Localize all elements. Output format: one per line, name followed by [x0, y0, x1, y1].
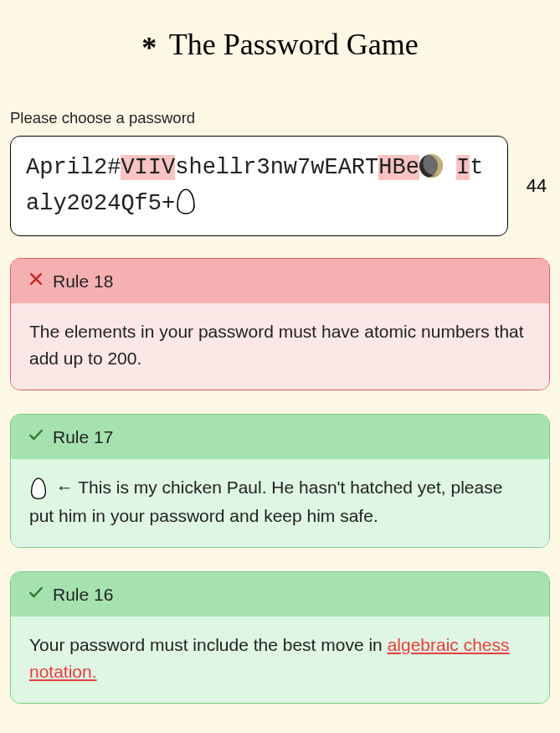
rule-card: Rule 17 ← This is my chicken Paul. He ha… [10, 414, 550, 548]
password-segment [443, 155, 456, 180]
rule-body: ← This is my chicken Paul. He hasn't hat… [11, 459, 549, 547]
password-input[interactable]: April2#VIIVshellr3nw7wEARTHBe Italy2024Q… [10, 136, 508, 236]
char-count: 44 [523, 175, 550, 197]
password-segment: HBe [378, 155, 419, 180]
page-title: * The Password Game [0, 27, 560, 62]
rule-card: Rule 16Your password must include the be… [10, 571, 550, 704]
egg-icon [29, 476, 48, 503]
rule-card: Rule 18The elements in your password mus… [10, 258, 550, 390]
rule-label: Rule 16 [53, 585, 113, 605]
check-icon [28, 584, 44, 605]
rule-label: Rule 18 [53, 271, 113, 292]
password-segment: I [456, 155, 470, 180]
password-segment: April2# [26, 155, 121, 180]
password-segment: shellr3nw7wEART [175, 155, 378, 180]
asterisk-icon: * [141, 31, 157, 65]
rule-text: ← This is my chicken Paul. He hasn't hat… [29, 477, 502, 524]
rule-header: Rule 18 [11, 259, 549, 303]
moon-icon [419, 154, 443, 178]
rule-text: Your password must include the best move… [29, 635, 388, 654]
check-icon [28, 426, 44, 447]
egg-icon [175, 191, 197, 216]
password-segment: VIIV [121, 155, 175, 180]
rule-header: Rule 17 [11, 415, 549, 459]
title-text: The Password Game [169, 28, 419, 61]
password-prompt: Please choose a password [10, 109, 560, 127]
rule-label: Rule 17 [53, 427, 113, 447]
rule-body: The elements in your password must have … [11, 303, 549, 390]
rule-header: Rule 16 [11, 572, 549, 617]
rule-text: The elements in your password must have … [29, 322, 524, 368]
rule-body: Your password must include the best move… [11, 617, 549, 703]
x-icon [28, 271, 44, 292]
